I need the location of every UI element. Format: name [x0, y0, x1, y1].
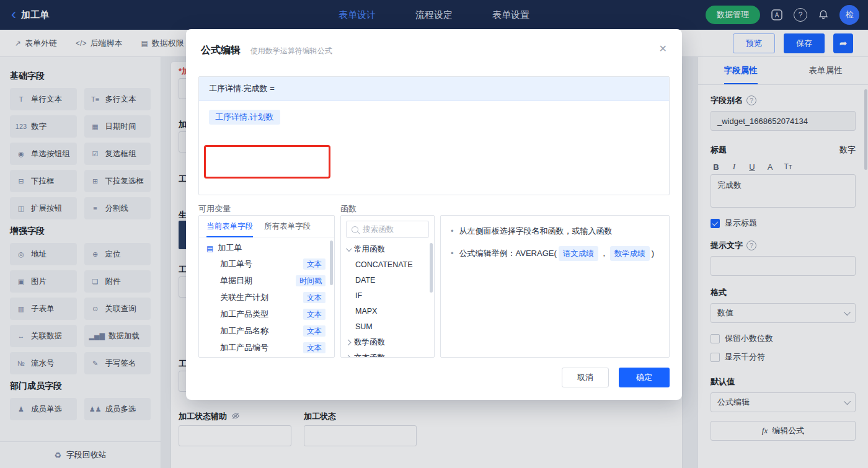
variable-name: 加工产品类型 — [220, 309, 268, 320]
function-group[interactable]: 文本函数 — [341, 350, 434, 358]
tab-current-form-fields[interactable]: 当前表单字段 — [206, 216, 253, 237]
dialog-title: 公式编辑 — [201, 45, 241, 55]
variable-row[interactable]: 单据日期 时间戳 — [199, 272, 334, 289]
variable-name: 加工产品名称 — [220, 325, 268, 337]
example-token: 数学成绩 — [610, 246, 650, 261]
scrollbar[interactable] — [430, 243, 433, 293]
variable-type-badge: 文本 — [303, 258, 326, 270]
formula-token[interactable]: 工序详情.计划数 — [209, 110, 280, 125]
variable-row[interactable]: 关联生产计划 文本 — [199, 289, 334, 306]
variables-label: 可用变量 — [198, 203, 335, 214]
search-icon — [352, 226, 358, 233]
form-tree-node[interactable]: 加工单 — [199, 237, 334, 255]
variable-type-badge: 文本 — [303, 292, 326, 303]
formula-target: 工序详情.完成数 = — [209, 83, 275, 94]
formula-editor[interactable]: 工序详情.完成数 = 工序详情.计划数 — [198, 76, 670, 195]
annotation-red-box — [204, 145, 330, 179]
help-line-2-prefix: 公式编辑举例：AVERAGE( — [459, 247, 557, 260]
tab-all-form-fields[interactable]: 所有表单字段 — [264, 216, 311, 237]
cancel-button[interactable]: 取消 — [562, 368, 609, 387]
function-item[interactable]: DATE — [341, 273, 434, 288]
help-line-1: 从左侧面板选择字段名和函数，或输入函数 — [459, 224, 613, 238]
dialog-subtitle: 使用数学运算符编辑公式 — [250, 46, 332, 55]
function-group-common[interactable]: 常用函数 — [341, 242, 434, 257]
variable-row[interactable]: 加工单号 文本 — [199, 255, 334, 272]
variable-row[interactable]: 加工产品类型 文本 — [199, 306, 334, 322]
function-item[interactable]: SUM — [341, 319, 434, 335]
functions-label: 函数 — [340, 203, 435, 214]
function-item[interactable]: IF — [341, 288, 434, 304]
formula-edit-dialog: 公式编辑 使用数学运算符编辑公式 ✕ 工序详情.完成数 = 工序详情.计划数 可… — [186, 29, 682, 400]
variable-name: 关联生产计划 — [220, 292, 268, 303]
document-icon — [206, 244, 213, 253]
help-panel: 从左侧面板选择字段名和函数，或输入函数 公式编辑举例：AVERAGE( 语文成绩… — [440, 215, 670, 358]
chevron-right-icon — [345, 340, 352, 346]
scrollbar[interactable] — [330, 241, 333, 285]
function-item[interactable]: MAPX — [341, 304, 434, 319]
variable-type-badge: 文本 — [303, 342, 326, 353]
functions-panel: 搜索函数 常用函数 CONCATENATE DATE IF MAPX — [340, 215, 435, 358]
confirm-button[interactable]: 确定 — [619, 368, 670, 387]
variable-row[interactable]: 加工产品编号 文本 — [199, 339, 334, 356]
function-group[interactable]: 数学函数 — [341, 335, 434, 350]
search-placeholder: 搜索函数 — [363, 224, 394, 235]
variable-name: 单据日期 — [220, 275, 252, 286]
function-search-input[interactable]: 搜索函数 — [346, 221, 429, 238]
variable-name: 加工单号 — [220, 258, 252, 270]
variable-type-badge: 文本 — [303, 309, 326, 320]
variable-row[interactable]: 加工产品名称 文本 — [199, 322, 334, 339]
variables-panel: 当前表单字段 所有表单字段 加工单 加工单号 文本 — [198, 215, 335, 358]
app-root: ‹ 加工单 表单设计 流程设定 表单设置 数据管理 A ? 检 ↗ — [0, 0, 868, 468]
example-token: 语文成绩 — [559, 246, 598, 261]
chevron-down-icon — [346, 245, 352, 252]
close-icon[interactable]: ✕ — [659, 43, 667, 55]
variable-type-badge: 时间戳 — [296, 275, 326, 286]
chevron-right-icon — [345, 355, 352, 358]
variable-name: 加工产品编号 — [220, 342, 268, 353]
variable-type-badge: 文本 — [303, 325, 326, 337]
function-item[interactable]: CONCATENATE — [341, 257, 434, 273]
